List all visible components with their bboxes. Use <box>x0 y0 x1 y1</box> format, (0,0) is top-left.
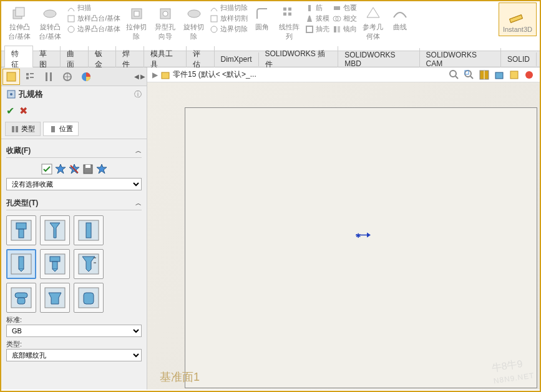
panel-tab-config[interactable] <box>40 69 57 85</box>
panel-nav-right[interactable]: ▶ <box>140 73 145 80</box>
svg-rect-40 <box>51 126 55 132</box>
ribbon-intersect[interactable]: 相交 <box>331 13 358 24</box>
svg-rect-16 <box>308 5 311 11</box>
ribbon-sweep-cut[interactable]: 扫描切除 <box>208 2 249 13</box>
sketch-plane[interactable] <box>185 107 537 388</box>
sub-tab-position[interactable]: 位置 <box>43 122 79 136</box>
svg-rect-12 <box>283 7 286 11</box>
ribbon-rib-group: 筋 拔模 抽壳 <box>304 2 331 34</box>
hole-tapered-tap[interactable] <box>40 249 70 279</box>
appearance-icon[interactable] <box>524 69 535 81</box>
ribbon-boundary[interactable]: 边界凸台/基体 <box>66 24 122 34</box>
zoom-fit-icon[interactable] <box>449 69 460 81</box>
ok-button[interactable]: ✔ <box>6 105 14 117</box>
zoom-area-icon[interactable] <box>464 69 475 81</box>
viewport-header: ▶ 零件15 (默认< <默认>_... <box>147 67 540 82</box>
panel-title: 孔规格 <box>6 89 43 100</box>
ribbon-boundary-cut[interactable]: 边界切除 <box>208 24 249 34</box>
svg-point-2 <box>44 10 56 17</box>
favorites-title: 收藏(F) <box>6 145 31 156</box>
hole-countersink-slot[interactable] <box>40 283 70 313</box>
ribbon-extrude-cut[interactable]: 拉伸切 除 <box>122 2 150 44</box>
ribbon-linear-pattern[interactable]: 线性阵 列 <box>275 2 303 44</box>
fav-apply-icon[interactable] <box>41 163 53 175</box>
fav-save-icon[interactable] <box>82 163 94 175</box>
hole-slot[interactable] <box>74 283 104 313</box>
ribbon-shell[interactable]: 抽壳 <box>304 24 331 34</box>
svg-line-67 <box>456 76 458 79</box>
display-style-icon[interactable] <box>494 69 505 81</box>
svg-point-11 <box>211 26 217 32</box>
canvas[interactable]: 基准面1 ✱ 牛8牛9 N8N9.NET <box>147 82 540 390</box>
panel-tab-display[interactable] <box>77 69 95 85</box>
origin-marker: ✱ <box>356 230 371 242</box>
type-icon <box>11 125 19 134</box>
panel-nav-left[interactable]: ◀ <box>134 73 139 80</box>
ribbon-hole-wizard[interactable]: 异型孔 向导 <box>151 2 179 44</box>
holetype-collapse[interactable]: ︿ <box>135 199 142 208</box>
ribbon-instant3d[interactable]: Instant3D <box>499 2 537 36</box>
ribbon-fillet[interactable]: 圆角 <box>250 2 275 34</box>
svg-rect-61 <box>17 298 25 304</box>
ribbon-rib[interactable]: 筋 <box>304 2 331 13</box>
breadcrumb-arrow[interactable]: ▶ <box>152 71 158 79</box>
hole-counterbore-slot[interactable] <box>6 283 36 313</box>
ribbon-loft[interactable]: 放样凸台/基体 <box>66 13 122 24</box>
svg-rect-31 <box>50 72 52 81</box>
ribbon-ref-geometry[interactable]: 参考几 何体 <box>359 2 387 44</box>
panel-tab-dimxpert[interactable] <box>59 69 76 85</box>
svg-rect-52 <box>19 257 24 269</box>
hole-legacy[interactable] <box>74 249 104 279</box>
svg-point-66 <box>450 71 456 77</box>
sub-tabs: 类型 位置 <box>1 119 147 139</box>
svg-rect-28 <box>30 73 34 74</box>
hole-countersink[interactable] <box>40 215 70 245</box>
ribbon-mirror[interactable]: 镜向 <box>331 24 358 34</box>
ribbon-revolve-boss[interactable]: 旋转凸 台/基体 <box>35 2 65 44</box>
svg-rect-50 <box>86 223 91 238</box>
viewport-title: ▶ 零件15 (默认< <默认>_... <box>152 69 256 80</box>
svg-rect-74 <box>510 71 518 79</box>
hide-show-icon[interactable] <box>509 69 520 81</box>
position-icon <box>49 125 57 134</box>
favorites-select[interactable]: 没有选择收藏 <box>6 178 142 190</box>
hole-straight-tap[interactable] <box>6 249 36 279</box>
panel-tab-feature-tree[interactable] <box>2 69 20 85</box>
svg-line-69 <box>470 76 473 79</box>
svg-rect-46 <box>16 223 26 229</box>
panel-tab-property[interactable] <box>21 69 39 85</box>
fav-add-icon[interactable] <box>54 163 67 175</box>
ribbon-curves[interactable]: 曲线 <box>387 2 412 34</box>
hole-counterbore[interactable] <box>6 215 36 245</box>
tab-solid[interactable]: SOLID <box>501 52 537 66</box>
ribbon-revolve-cut[interactable]: 旋转切 除 <box>180 2 208 44</box>
fav-delete-icon[interactable] <box>68 163 80 175</box>
svg-rect-47 <box>19 229 24 238</box>
ribbon-wrap[interactable]: 包覆 <box>331 2 358 13</box>
svg-rect-14 <box>283 12 286 16</box>
tab-dimxpert[interactable]: DimXpert <box>215 52 259 66</box>
ribbon-loft-cut[interactable]: 放样切割 <box>208 13 249 24</box>
standard-select[interactable]: GB <box>6 325 142 337</box>
ribbon-draft[interactable]: 拔模 <box>304 13 331 24</box>
section-view-icon[interactable] <box>479 69 490 81</box>
svg-rect-13 <box>288 7 291 11</box>
sub-tab-type[interactable]: 类型 <box>5 122 41 136</box>
ribbon-extrude-boss[interactable]: 拉伸凸 台/基体 <box>4 2 34 44</box>
svg-rect-64 <box>84 293 94 304</box>
svg-rect-26 <box>26 73 29 76</box>
cancel-button[interactable]: ✖ <box>19 105 27 117</box>
svg-point-37 <box>10 93 12 96</box>
fav-load-icon[interactable] <box>95 163 108 175</box>
svg-text:✱: ✱ <box>356 232 361 239</box>
favorites-section: 收藏(F) ︿ 没有选择收藏 <box>6 144 142 190</box>
hole-simple[interactable] <box>74 215 104 245</box>
help-icon[interactable]: ⓘ <box>134 89 142 100</box>
favorites-collapse[interactable]: ︿ <box>135 147 142 155</box>
ribbon-sweep[interactable]: 扫描 <box>66 2 122 13</box>
ribbon-sweep-group: 扫描 放样凸台/基体 边界凸台/基体 <box>66 2 122 34</box>
ribbon-toolbar: 拉伸凸 台/基体 旋转凸 台/基体 扫描 放样凸台/基体 边界凸台/基体 拉伸切… <box>1 1 540 51</box>
svg-point-4 <box>68 26 74 32</box>
standard-label: 标准: <box>6 315 142 325</box>
type-select[interactable]: 底部螺纹孔 <box>6 349 142 361</box>
